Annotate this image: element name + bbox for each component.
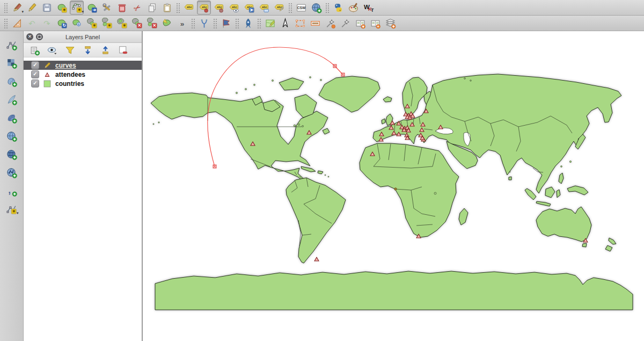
filter-legend-button[interactable] bbox=[63, 43, 77, 57]
map-canvas[interactable] bbox=[143, 31, 644, 341]
redo-icon: ↷ bbox=[41, 18, 53, 29]
layer-checkbox[interactable]: ✓ bbox=[31, 61, 39, 69]
add-geonode-layer-button[interactable] bbox=[309, 1, 323, 14]
change-label-button[interactable]: abc bbox=[272, 1, 286, 14]
add-wfs-layer-button[interactable] bbox=[5, 165, 19, 179]
toolbar-overflow-button[interactable]: » bbox=[175, 16, 189, 30]
layer-row-attendees[interactable]: ✓attendees bbox=[24, 70, 142, 79]
toggle-editing-button[interactable] bbox=[25, 1, 39, 14]
layer-row-curves[interactable]: ✓curves bbox=[24, 61, 142, 70]
svg-text:abc: abc bbox=[216, 5, 222, 9]
rotate-feature-button[interactable]: ↻ bbox=[55, 16, 69, 30]
vec-icon bbox=[6, 39, 17, 50]
country-polygon bbox=[536, 201, 551, 206]
edit-map-button[interactable] bbox=[263, 16, 277, 30]
python-console-button[interactable] bbox=[331, 1, 345, 14]
expand-all-button[interactable] bbox=[80, 43, 94, 57]
north-arrow-button[interactable] bbox=[278, 16, 292, 30]
add-vector-layer-button[interactable] bbox=[5, 38, 19, 52]
toolbar-handle bbox=[213, 18, 217, 28]
svg-text:↷: ↷ bbox=[43, 19, 50, 27]
add-part-button[interactable]: ✶ bbox=[100, 16, 114, 30]
vertex-marker[interactable] bbox=[213, 165, 216, 168]
add-wcs-layer-button[interactable] bbox=[5, 147, 19, 161]
ring-fill-icon: ✶ bbox=[116, 18, 128, 29]
delete-selected-button[interactable] bbox=[115, 1, 129, 14]
grp-add-icon bbox=[29, 45, 40, 56]
add-group-button[interactable] bbox=[27, 43, 41, 57]
country-polygon bbox=[559, 173, 564, 184]
wkt-plugin-button[interactable]: WKT bbox=[361, 1, 375, 14]
style-manager-button[interactable] bbox=[346, 1, 360, 14]
layer-label: attendees bbox=[55, 71, 85, 78]
fill-ring-button[interactable]: ✶ bbox=[115, 16, 129, 30]
collapse-all-button[interactable] bbox=[98, 43, 112, 57]
feature-actions-button[interactable] bbox=[100, 1, 114, 14]
add-wms-layer-button[interactable] bbox=[5, 129, 19, 143]
split-features-button[interactable] bbox=[197, 16, 211, 30]
new-atlas-button[interactable]: + bbox=[368, 16, 382, 30]
country-polygon bbox=[605, 245, 612, 251]
offset-curve-button[interactable] bbox=[219, 16, 233, 30]
toolbar-handle bbox=[3, 2, 8, 13]
node-tool-button[interactable]: ✶▾ bbox=[70, 1, 84, 14]
measure-angle-button[interactable] bbox=[10, 16, 24, 30]
add-mssql-layer-button[interactable] bbox=[5, 111, 19, 125]
paste-features-button[interactable] bbox=[160, 1, 174, 14]
part-del-icon: ✕ bbox=[147, 18, 158, 29]
add-feature-button[interactable]: ✶ bbox=[55, 1, 69, 14]
add-ring-button[interactable]: ✶ bbox=[85, 16, 99, 30]
layer-row-countries[interactable]: ✓countries bbox=[24, 79, 142, 88]
remove-layer-button[interactable] bbox=[116, 43, 130, 57]
wand-button[interactable] bbox=[338, 16, 352, 30]
pencil-icon bbox=[26, 2, 38, 13]
txt-icon: , bbox=[6, 185, 17, 197]
delete-part-button[interactable]: ✕ bbox=[145, 16, 159, 30]
country-polygon bbox=[360, 143, 459, 237]
world-map bbox=[143, 31, 644, 341]
atlas-p-icon: + bbox=[370, 18, 381, 29]
quick-style-wand-button[interactable] bbox=[323, 16, 337, 30]
reshape-features-button[interactable] bbox=[160, 16, 174, 30]
add-postgis-layer-button[interactable] bbox=[5, 74, 19, 88]
add-layers-group-button[interactable] bbox=[383, 16, 397, 30]
processing-button[interactable] bbox=[241, 16, 255, 30]
current-edits-button[interactable]: ▾ bbox=[10, 1, 24, 14]
layer-checkbox[interactable]: ✓ bbox=[31, 79, 39, 88]
small-island bbox=[320, 79, 322, 81]
save-layer-edits-button[interactable] bbox=[40, 1, 54, 14]
wfs-icon bbox=[6, 167, 17, 178]
atlas-export-button[interactable]: ▾ bbox=[353, 16, 367, 30]
country-polygon bbox=[318, 171, 323, 174]
scissors-icon: ✂ bbox=[131, 2, 143, 13]
extent-overview-button[interactable] bbox=[293, 16, 307, 30]
rotate-label-button[interactable]: abc bbox=[257, 1, 271, 14]
new-shapefile-layer-button[interactable]: ✶▾ bbox=[5, 202, 19, 216]
csw-search-button[interactable]: CSW bbox=[294, 1, 308, 14]
simplify-feature-button[interactable] bbox=[70, 16, 84, 30]
highlight-pinned-labels-button[interactable]: abc bbox=[182, 1, 196, 14]
wand-icon bbox=[340, 18, 351, 29]
copy-features-button[interactable] bbox=[145, 1, 159, 14]
vertex-marker[interactable] bbox=[333, 64, 336, 68]
manage-layer-visibility-button[interactable] bbox=[45, 43, 59, 57]
pin-unpin-labels-button[interactable]: abc bbox=[197, 1, 211, 14]
small-island bbox=[434, 192, 436, 194]
add-delimited-text-button[interactable]: , bbox=[5, 184, 19, 198]
layer-checkbox[interactable]: ✓ bbox=[31, 70, 39, 78]
svg-text:↶: ↶ bbox=[28, 19, 35, 27]
cut-features-button[interactable]: ✂ bbox=[130, 1, 144, 14]
collapse-icon bbox=[100, 45, 111, 56]
add-raster-layer-button[interactable] bbox=[5, 56, 19, 70]
scale-bar-button[interactable] bbox=[308, 16, 322, 30]
move-feature-button[interactable]: ➜ bbox=[85, 1, 99, 14]
delete-ring-button[interactable]: ✕ bbox=[130, 16, 144, 30]
split-icon bbox=[199, 18, 210, 29]
small-island bbox=[245, 89, 247, 90]
show-hidden-labels-button[interactable]: abc bbox=[227, 1, 241, 14]
move-label-button[interactable]: abc➤ bbox=[242, 1, 256, 14]
add-spatialite-layer-button[interactable] bbox=[5, 92, 19, 106]
vertex-marker[interactable] bbox=[341, 73, 345, 76]
show-hide-labels-button[interactable]: abc bbox=[212, 1, 226, 14]
toolbar-row-1: ▾✶✶▾➜✂abcabcabcabcabc➤abcabcCSWWKT bbox=[0, 0, 644, 16]
